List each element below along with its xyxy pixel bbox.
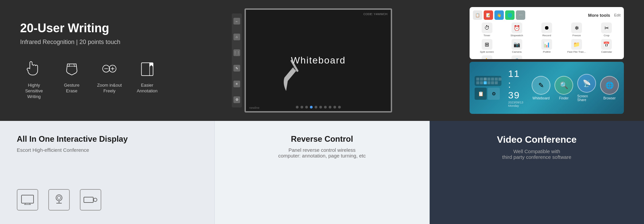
feature-zoom: Zoom in&outFreely [96,59,123,94]
clock-time: 11 : 39 [508,69,523,101]
erase-label: GestureErase [64,83,79,94]
app-timer[interactable]: ⏱ Timer [473,23,501,37]
right-panel: 📋 📝 👋 🌐 ⋯ More tools Edit ⏱ Timer [470,7,624,114]
touch-icon [24,59,44,79]
sidebar-grid-icon[interactable]: ⋮⋮ [233,49,240,56]
col1-title: All In One Interactive Display [17,134,198,144]
top-section: 20-User Writing Infrared Recognition | 2… [0,0,644,121]
wb-code: CODE: Y4WWCH [363,12,387,16]
left-panel: 20-User Writing Infrared Recognition | 2… [20,21,161,100]
ui-header: 📋 📝 👋 🌐 ⋯ More tools Edit [473,10,621,20]
clock-section: 11 : 39 2023/09/13 Monday [508,69,523,107]
app-screenlock[interactable]: 🔒 ScreenLock [503,55,531,59]
col-reverse-control: Reverse Control Panel reverse control wi… [214,121,429,224]
main-title: 20-User Writing [20,21,161,35]
whiteboard-screen: CODE: Y4WWCH Whiteboard newline [246,10,391,111]
sidebar-back-icon[interactable]: ← [233,18,240,25]
app-camera[interactable]: 📷 Camera [503,39,531,53]
features-row: HighlySensitive Writing GestureErase [20,59,161,100]
col2-subtitle: Panel reverse control wireless computer:… [231,147,412,159]
col2-title: Reverse Control [231,134,412,144]
sidebar-pen-icon[interactable]: ✎ [233,65,240,72]
col3-title: Video Conference [446,134,627,145]
wb-toolbar [296,106,341,108]
ui-screenshot-top: 📋 📝 👋 🌐 ⋯ More tools Edit ⏱ Timer [470,7,624,59]
app-freeze[interactable]: ❄ Freeze [563,23,591,37]
sidebar-home-icon[interactable]: ⌂ [233,34,240,40]
bottom-section: All In One Interactive Display Escort Hi… [0,121,644,224]
feature-annotation: EasierAnnotation [133,59,161,94]
zoom-label: Zoom in&outFreely [97,83,122,94]
app-browser[interactable]: 🌐 Browser [600,76,619,100]
display-icon-item [17,189,38,211]
center-panel: ← ⌂ ⋮⋮ ✎ ≡ ⚙ CODE: Y4WWCH Whiteboard new… [161,8,463,113]
svg-point-17 [94,198,97,201]
svg-point-13 [57,196,61,199]
app-whiteboard[interactable]: ✎ Whiteboard [532,76,550,100]
col3-subtitle: Well Compatible with third party confere… [446,148,627,160]
projector-icon-item [80,189,101,211]
sidebar-lines-icon[interactable]: ≡ [233,81,240,87]
svg-rect-16 [84,197,93,203]
col-all-in-one: All In One Interactive Display Escort Hi… [0,121,214,224]
clock-date: 2023/09/13 Monday [508,101,523,107]
app-stopwatch[interactable]: ⏰ Stopwatch [503,23,531,37]
app-touchoverlay[interactable]: 👆 TouchOverlay [473,55,501,59]
app-record[interactable]: ⏺ Record [533,23,560,37]
annotation-label: EasierAnnotation [137,83,158,94]
whiteboard-frame: CODE: Y4WWCH Whiteboard newline [245,8,392,113]
subtitle: Infrared Recognition | 20 points touch [20,39,161,46]
whiteboard-sidebar: ← ⌂ ⋮⋮ ✎ ≡ ⚙ [232,13,242,107]
webcam-icon [48,189,70,211]
svg-rect-8 [21,195,34,203]
ui-more-tools-title: More tools [588,13,610,18]
erase-icon [62,59,82,79]
hand-pen-illustration [266,54,320,94]
bottom-apps: ✎ Whiteboard 🔍 Finder 📡 Screen Share 🌐 B… [532,74,619,102]
app-split[interactable]: ⊞ Split screen [473,39,501,53]
whiteboard-app-icon: ✎ [532,76,550,95]
webcam-icon-item [48,189,70,211]
svg-point-12 [56,195,62,201]
app-calendar[interactable]: 📅 Calendar [593,39,621,53]
app-pollkit[interactable]: 📊 PollKit [533,39,560,53]
feature-touch: HighlySensitive Writing [20,59,48,100]
ui-edit-label[interactable]: Edit [614,13,621,17]
feature-erase: GestureErase [58,59,86,94]
app-finder[interactable]: 🔍 Finder [554,76,573,100]
sidebar-settings-icon[interactable]: ⚙ [233,96,240,103]
screenshare-app-icon: 📡 [577,74,596,93]
col1-icons [17,189,198,211]
touch-label: HighlySensitive Writing [20,83,48,100]
app-screenshare[interactable]: 📡 Screen Share [577,74,596,102]
projector-icon [80,189,101,211]
app-crop[interactable]: ✂ Crop [593,23,621,37]
col1-subtitle: Escort High-efficient Conference [17,147,198,153]
ui-screenshot-bottom: 📋 ⚙ 11 : 39 2023/09/13 Monday ✎ Whiteboa… [470,62,624,114]
wb-brand: newline [249,106,260,109]
app-fileshare[interactable]: 📁 Fast File Tran... [563,39,591,53]
display-icon [17,189,38,211]
annotation-icon [137,59,157,79]
browser-app-icon: 🌐 [600,76,619,95]
finder-app-icon: 🔍 [554,76,573,95]
zoom-icon [99,59,119,79]
col-video-conference: Video Conference Well Compatible with th… [430,121,644,224]
